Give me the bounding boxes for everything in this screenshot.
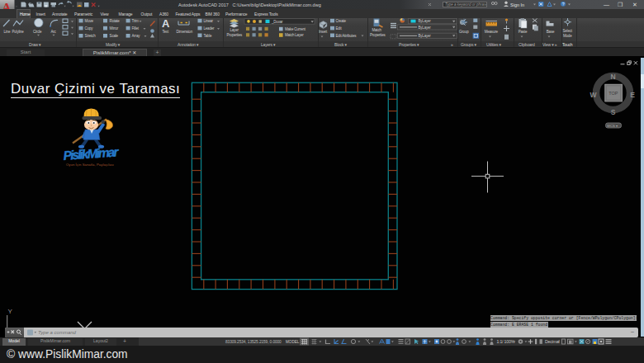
svg-text:N: N [610, 73, 615, 81]
svg-text:Oyun İçin Sanatla, Paylaşılası: Oyun İçin Sanatla, Paylaşılası [66, 163, 114, 167]
svg-text:S: S [611, 108, 616, 116]
svg-text:TOP: TOP [608, 91, 618, 96]
svg-text:?: ? [562, 2, 565, 7]
svg-text:Y: Y [8, 308, 13, 315]
svg-text:WCS ▾: WCS ▾ [607, 124, 618, 128]
svg-text:A: A [162, 18, 170, 30]
svg-text:1:1/ 100%: 1:1/ 100% [497, 339, 515, 344]
svg-text:E: E [630, 91, 635, 99]
svg-text:Decimal: Decimal [545, 339, 559, 344]
svg-text:PislikMimar: PislikMimar [63, 144, 120, 163]
svg-text:W: W [590, 91, 597, 99]
